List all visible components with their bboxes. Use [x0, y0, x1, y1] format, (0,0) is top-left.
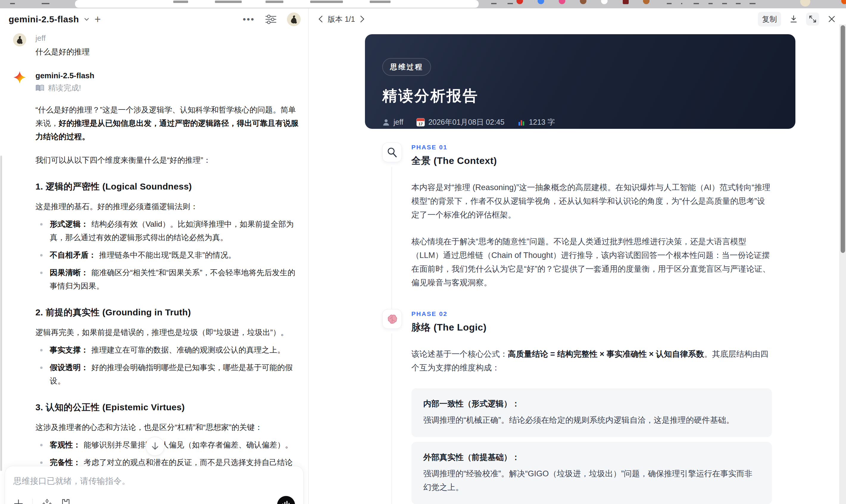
bullet-item: 客观性：能够识别并尽量排除个人偏见（如幸存者偏差、确认偏差）。 [35, 438, 300, 452]
meta-date: 17 2026年01月08日 02:45 [417, 117, 505, 127]
more-options-icon[interactable]: ••• [243, 18, 255, 21]
bullet-item: 形式逻辑：结构必须有效（Valid）。比如演绎推理中，如果前提全部为真，那么通过… [35, 217, 300, 244]
meta-author: jeff [382, 118, 403, 126]
assistant-paragraph: 我们可以从以下四个维度来衡量什么是“好的推理”： [35, 154, 300, 167]
assistant-section: 1. 逻辑的严密性 (Logical Soundness) 这是推理的基石。好的… [35, 181, 300, 293]
section-heading: 2. 前提的真实性 (Grounding in Truth) [35, 306, 300, 319]
person-icon [382, 119, 390, 126]
bullet-item: 因果清晰：能准确区分“相关性”和“因果关系”，不会轻率地将先后发生的事情归为因果… [35, 266, 300, 293]
phase-title: 全景 (The Context) [411, 155, 772, 167]
bookmark-icon[interactable] [61, 498, 70, 504]
status-text: 精读完成! [48, 83, 81, 93]
phase-label: PHASE 02 [411, 310, 772, 318]
menubar-app-icon-far-right[interactable] [841, 0, 846, 4]
divider [681, 0, 682, 4]
phase-title: 脉络 (The Logic) [411, 321, 772, 334]
version-label: 版本 1/1 [328, 14, 355, 24]
meta-word-count: 1213 字 [518, 117, 555, 127]
report-header: 版本 1/1 复制 [309, 8, 846, 30]
scrollbar-track[interactable] [840, 24, 846, 504]
scroll-to-bottom-button[interactable] [145, 437, 165, 456]
app-grid-icon[interactable] [42, 0, 49, 4]
close-icon[interactable] [825, 13, 838, 25]
brain-icon [382, 309, 402, 329]
section-intro: 这涉及推理者的心态和方法论，也是区分“杠精”和“思想家”的关键： [35, 421, 300, 434]
section-heading: 1. 逻辑的严密性 (Logical Soundness) [35, 181, 300, 193]
menubar-app-icon-darkred[interactable] [623, 0, 629, 4]
extension-icon[interactable] [491, 0, 496, 4]
card-title: 内部一致性（形式逻辑）： [423, 398, 760, 409]
status-icon[interactable] [708, 0, 712, 4]
menubar-app-icon-white[interactable] [601, 0, 607, 4]
phase-section-2: PHASE 02 脉络 (The Logic) 该论述基于一个核心公式：高质量结… [309, 310, 840, 504]
download-icon[interactable] [787, 13, 800, 25]
logic-card: 内部一致性（形式逻辑）： 强调推理的“机械正确”。结论必须在给定的规则系统内逻辑… [411, 388, 772, 437]
user-message: jeff 什么是好的推理 [13, 33, 300, 58]
chat-scroll-area[interactable]: jeff 什么是好的推理 [0, 30, 309, 504]
version-next-icon[interactable] [360, 16, 365, 23]
status-icon[interactable] [722, 0, 727, 4]
scrollbar-thumb[interactable] [841, 25, 845, 253]
assistant-paragraph: “什么是好的推理？”这是一个涉及逻辑学、认知科学和哲学核心的问题。简单来说，好的… [35, 103, 300, 143]
menubar-app-icon-red[interactable] [516, 0, 523, 4]
report-hero-card: 思维过程 精读分析报告 jeff 17 2026年01月08日 02:45 [365, 34, 795, 129]
chat-panel: gemini-2.5-flash + ••• [0, 8, 309, 504]
tune-sliders-icon[interactable] [265, 14, 277, 24]
stray-scrollbar[interactable] [0, 156, 2, 471]
gemini-star-icon [13, 71, 26, 84]
browser-top-strip [0, 0, 846, 8]
model-selector[interactable]: gemini-2.5-flash [8, 14, 79, 24]
phase-section-1: PHASE 01 全景 (The Context) 本内容是对“推理 (Reas… [309, 144, 840, 289]
version-prev-icon[interactable] [318, 16, 323, 23]
bar-chart-icon [518, 119, 525, 126]
tab-title-fragment [215, 1, 242, 3]
report-panel: 版本 1/1 复制 [309, 8, 846, 504]
report-scroll-area[interactable]: 思维过程 精读分析报告 jeff 17 2026年01月08日 02:45 [309, 30, 840, 504]
report-title: 精读分析报告 [382, 86, 778, 106]
chevron-down-icon[interactable] [84, 16, 90, 22]
message-text: 什么是好的推理 [35, 46, 300, 58]
extension-icon[interactable] [508, 0, 513, 4]
message-composer[interactable]: 思维接口已就绪，请传输指令。 [5, 466, 304, 504]
status-line: 精读完成! [35, 83, 300, 93]
copy-button[interactable]: 复制 [758, 12, 781, 26]
message-author: gemini-2.5-flash [35, 71, 300, 80]
phase-paragraph: 核心情境在于解决“思考的随意性”问题。不论是人类通过批判性思维进行决策，还是大语… [411, 235, 772, 289]
menubar-app-icon-orange[interactable] [643, 0, 650, 4]
section-intro: 逻辑再完美，如果前提是错误的，推理也是垃圾（即“垃圾进，垃圾出”）。 [35, 326, 300, 339]
card-title: 外部真实性（前提基础）： [423, 452, 760, 463]
attach-plus-icon[interactable] [13, 499, 23, 504]
voice-input-button[interactable] [277, 496, 295, 504]
chat-header: gemini-2.5-flash + ••• [0, 8, 309, 30]
card-body: 强调推理的“经验校准”。解决“GIGO（垃圾进，垃圾出）”问题，确保推理引擎运行… [423, 467, 760, 494]
tab-title-fragment [266, 1, 283, 3]
menubar-glyph[interactable] [10, 0, 15, 4]
status-icon[interactable] [736, 0, 741, 4]
open-book-icon [35, 85, 45, 92]
status-icon[interactable] [667, 0, 672, 4]
hero-badge: 思维过程 [382, 58, 431, 76]
sparkle-diamonds-icon[interactable] [42, 498, 52, 504]
status-icon[interactable] [750, 0, 756, 4]
composer-placeholder[interactable]: 思维接口已就绪，请传输指令。 [13, 475, 295, 487]
report-meta: jeff 17 2026年01月08日 02:45 1213 字 [382, 117, 778, 127]
tab-title-fragment [370, 1, 391, 3]
fullscreen-icon[interactable] [806, 13, 819, 25]
phase-label: PHASE 01 [411, 144, 772, 151]
phase-paragraph: 本内容是对“推理 (Reasoning)”这一抽象概念的高层建模。在知识爆炸与人… [411, 181, 772, 222]
menubar-app-icon-brown[interactable] [580, 0, 586, 4]
section-heading: 3. 认知的公正性 (Epistemic Virtues) [35, 401, 300, 414]
phase-paragraph: 该论述基于一个核心公式：高质量结论 = 结构完整性 × 事实准确性 × 认知自律… [411, 347, 772, 375]
menubar-app-icon-blue[interactable] [537, 0, 544, 4]
new-chat-button[interactable]: + [94, 16, 101, 22]
menubar-app-icon-pink[interactable] [559, 0, 565, 4]
bullet-item: 事实支撑：推理建立在可靠的数据、准确的观测或公认的真理之上。 [35, 343, 300, 357]
browser-tab[interactable] [75, 0, 479, 8]
menubar-avatar[interactable] [800, 0, 810, 6]
card-body: 强调推理的“机械正确”。结论必须在给定的规则系统内逻辑自洽，这是推理的硬件基础。 [423, 413, 760, 427]
status-icon[interactable] [693, 0, 699, 4]
user-avatar[interactable] [287, 13, 301, 26]
magnifier-icon [382, 143, 402, 162]
calendar-icon: 17 [417, 118, 425, 126]
logic-card: 外部真实性（前提基础）： 强调推理的“经验校准”。解决“GIGO（垃圾进，垃圾出… [411, 442, 772, 504]
